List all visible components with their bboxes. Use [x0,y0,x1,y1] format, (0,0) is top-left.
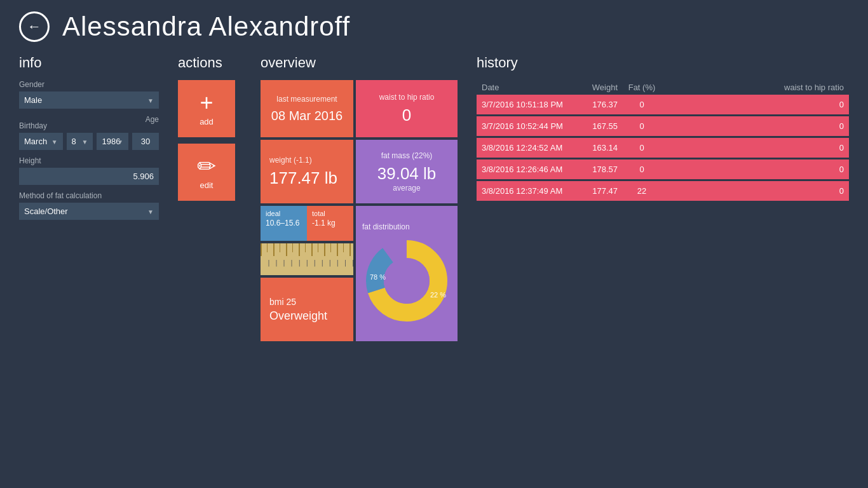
col-waist-hip: waist to hip ratio [661,80,849,95]
actions-label: actions [178,55,241,71]
last-measurement-tile: last measurement 08 Mar 2016 [261,80,353,137]
back-icon: ← [27,18,41,35]
add-label: add [200,117,214,126]
bmi-label: bmi 25 [269,297,344,307]
cell-waist-hip: 0 [661,116,849,137]
fat-method-wrapper: Scale/Other Calipers DEXA [19,203,159,220]
total-block: total -1.1 kg [307,206,353,241]
waist-hip-value: 0 [402,105,411,125]
last-measurement-label: last measurement [276,95,337,104]
year-select[interactable]: 1986 [97,133,128,150]
table-row: 3/8/2016 12:26:46 AM 178.57 0 0 [477,159,849,180]
table-row: 3/7/2016 10:52:44 PM 167.55 0 0 [477,116,849,137]
birthday-label: Birthday [19,121,47,130]
year-wrapper: 1986 [97,133,128,150]
fat-22-label: 22 % [430,291,446,299]
cell-fat: 0 [623,116,661,137]
overview-label: overview [261,55,458,71]
cell-date: 3/8/2016 12:37:49 AM [477,180,578,201]
history-label: history [477,55,849,71]
cell-fat: 22 [623,180,661,201]
cell-waist-hip: 0 [661,95,849,116]
cell-weight: 167.55 [578,116,623,137]
main-content: info Gender Male Female Birthday Age Mar… [0,55,868,341]
waist-hip-label: waist to hip ratio [379,93,435,102]
history-section: history Date Weight Fat (%) waist to hip… [477,55,849,341]
cell-weight: 176.37 [578,95,623,116]
fat-dist-label: fat distribution [362,222,410,231]
overview-section: overview last measurement 08 Mar 2016 wa… [261,55,458,341]
ideal-label: ideal [266,210,302,217]
edit-icon: ✏ [197,155,216,178]
birthday-row: MarchJanuaryFebruary AprilMayJune JulyAu… [19,133,159,150]
age-label: Age [146,115,159,133]
gender-select[interactable]: Male Female [19,92,159,109]
cell-weight: 163.14 [578,137,623,159]
history-tbody: 3/7/2016 10:51:18 PM 176.37 0 0 3/7/2016… [477,95,849,201]
birthday-age-header: Birthday Age [19,115,159,133]
fat-mass-value: 39.04 lb [377,164,437,184]
edit-tile[interactable]: ✏ edit [178,144,235,201]
info-section: info Gender Male Female Birthday Age Mar… [19,55,159,341]
last-measurement-date: 08 Mar 2016 [271,109,342,123]
cell-waist-hip: 0 [661,159,849,180]
fat-method-select[interactable]: Scale/Other Calipers DEXA [19,203,159,220]
bmi-tile: bmi 25 Overweight [261,278,353,341]
cell-date: 3/7/2016 10:52:44 PM [477,116,578,137]
gender-label: Gender [19,80,159,89]
ideal-range: 10.6–15.6 [266,219,302,227]
edit-label: edit [200,180,214,190]
cell-weight: 178.57 [578,159,623,180]
svg-point-2 [384,258,430,304]
bmi-status: Overweight [269,309,344,323]
fat-distribution-tile: fat distribution 78 % 22 % [356,206,458,341]
fat-method-label: Method of fat calculation [19,191,159,200]
table-row: 3/7/2016 10:51:18 PM 176.37 0 0 [477,95,849,116]
month-wrapper: MarchJanuaryFebruary AprilMayJune JulyAu… [19,133,63,150]
month-select[interactable]: MarchJanuaryFebruary AprilMayJune JulyAu… [19,133,63,150]
table-row: 3/8/2016 12:24:52 AM 163.14 0 0 [477,137,849,159]
day-select[interactable]: 8 [67,133,93,150]
age-input[interactable] [132,133,159,150]
fat-mass-tile: fat mass (22%) 39.04 lb average [356,140,458,203]
cell-date: 3/8/2016 12:26:46 AM [477,159,578,180]
page-title: Alessandra Alexandroff [62,11,350,42]
total-label: total [312,210,348,217]
history-header-row: Date Weight Fat (%) waist to hip ratio [477,80,849,95]
donut-chart: 78 % 22 % [362,236,451,325]
height-input[interactable] [19,168,159,185]
back-button[interactable]: ← [19,11,50,42]
fat-78-label: 78 % [370,273,386,281]
svg-text:|  |  |  |  |  |  |  |  |  |  : | | | | | | | | | | | | | | | | | | | | … [267,259,353,267]
ideal-block: ideal 10.6–15.6 [261,206,307,241]
total-value: -1.1 kg [312,219,348,227]
history-table: Date Weight Fat (%) waist to hip ratio 3… [477,80,849,201]
table-row: 3/8/2016 12:37:49 AM 177.47 22 0 [477,180,849,201]
col-date: Date [477,80,578,95]
tape-measure-svg: | | | | | | | | | | | | | | | | | | | | … [261,243,353,275]
cell-waist-hip: 0 [661,137,849,159]
cell-fat: 0 [623,159,661,180]
weight-tile: weight (-1.1) 177.47 lb [261,140,353,203]
cell-waist-hip: 0 [661,180,849,201]
cell-date: 3/7/2016 10:51:18 PM [477,95,578,116]
weight-value: 177.47 lb [269,168,344,188]
gender-wrapper: Male Female [19,92,159,109]
cell-fat: 0 [623,95,661,116]
day-wrapper: 8 [67,133,93,150]
cell-date: 3/8/2016 12:24:52 AM [477,137,578,159]
header: ← Alessandra Alexandroff [0,0,868,48]
overview-grid: last measurement 08 Mar 2016 waist to hi… [261,80,458,341]
history-thead: Date Weight Fat (%) waist to hip ratio [477,80,849,95]
fat-mass-label: fat mass (22%) [381,151,433,160]
cell-weight: 177.47 [578,180,623,201]
add-icon: + [200,92,213,114]
waist-hip-tile: waist to hip ratio 0 [356,80,458,137]
height-label: Height [19,156,159,165]
add-tile[interactable]: + add [178,80,235,137]
col-weight: Weight [578,80,623,95]
col-fat: Fat (%) [623,80,661,95]
weight-label: weight (-1.1) [269,156,344,165]
cell-fat: 0 [623,137,661,159]
actions-section: actions + add ✏ edit [178,55,241,341]
